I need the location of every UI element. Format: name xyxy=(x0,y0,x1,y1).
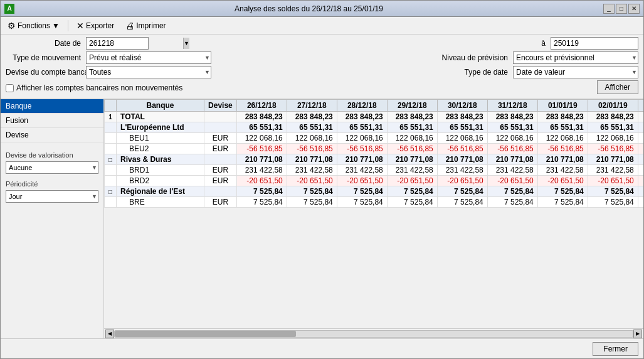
value-cell: -20 651,50 xyxy=(638,176,643,186)
a-field[interactable] xyxy=(554,39,644,48)
expand-cell xyxy=(105,133,117,144)
horizontal-scrollbar[interactable]: ◀ ▶ xyxy=(104,328,643,338)
value-cell: -20 651,50 xyxy=(537,176,588,186)
form-row-2: Type de mouvement Prévu et réalisé ▼ Niv… xyxy=(6,51,638,64)
data-table: Banque Devise 26/12/18 27/12/18 28/12/18… xyxy=(104,99,643,208)
type-mouvement-select[interactable]: Prévu et réalisé xyxy=(86,51,211,64)
title-bar-left: A xyxy=(4,4,14,14)
value-cell: 283 848,23 xyxy=(387,112,437,122)
value-cell: 231 422,58 xyxy=(236,165,287,176)
scroll-track[interactable] xyxy=(114,330,633,338)
value-cell: 7 525,84 xyxy=(487,186,537,197)
periodicite-select[interactable]: Jour xyxy=(6,190,98,203)
value-cell: -20 651,50 xyxy=(236,176,287,186)
value-cell: 210 771,08 xyxy=(337,154,387,165)
value-cell: 210 771,08 xyxy=(287,154,337,165)
afficher-button[interactable]: Afficher xyxy=(597,80,638,94)
sidebar-item-devise[interactable]: Devise xyxy=(1,128,103,142)
value-cell: 7 525,84 xyxy=(487,197,537,208)
sidebar-item-banque[interactable]: Banque xyxy=(1,99,103,114)
value-cell: 122 068,16 xyxy=(437,133,487,144)
expand-cell xyxy=(105,122,117,133)
table-container[interactable]: Banque Devise 26/12/18 27/12/18 28/12/18… xyxy=(104,99,643,328)
value-cell: 283 848,23 xyxy=(638,112,643,122)
devise-cell: EUR xyxy=(204,144,237,154)
date-de-calendar-btn[interactable]: ▼ xyxy=(183,38,189,49)
expand-cell[interactable]: 1 xyxy=(105,112,117,122)
scroll-right-btn[interactable]: ▶ xyxy=(633,330,642,338)
fonctions-button[interactable]: ⚙ Fonctions ▼ xyxy=(3,19,64,33)
value-cell: 7 525,84 xyxy=(588,197,638,208)
table-row: □Rivas & Duras210 771,08210 771,08210 77… xyxy=(105,154,644,165)
value-cell: 7 525,84 xyxy=(638,197,643,208)
date-de-input[interactable]: ▼ xyxy=(86,37,149,50)
form-row-left-1: Date de ▼ xyxy=(6,37,149,50)
value-cell: 210 771,08 xyxy=(437,154,487,165)
value-cell: 231 422,58 xyxy=(337,165,387,176)
devise-select[interactable]: Toutes xyxy=(86,66,211,78)
value-cell: 283 848,23 xyxy=(537,112,588,122)
expand-cell[interactable]: □ xyxy=(105,186,117,197)
value-cell: -20 651,50 xyxy=(387,176,437,186)
sidebar-bottom: Devise de valorisation Aucune ▼ Périodic… xyxy=(1,142,103,338)
non-mouvementes-checkbox[interactable] xyxy=(6,84,14,92)
a-label: à xyxy=(541,39,546,48)
type-mouvement-select-wrap: Prévu et réalisé ▼ xyxy=(86,51,211,64)
value-cell: 210 771,08 xyxy=(387,154,437,165)
bank-name-cell: BEU1 xyxy=(117,133,204,144)
devise-valorisation-select-wrap: Aucune ▼ xyxy=(6,161,98,174)
date-de-field[interactable] xyxy=(89,39,183,48)
expand-cell xyxy=(105,197,117,208)
th-26-12: 26/12/18 xyxy=(236,100,287,112)
devise-cell: EUR xyxy=(204,176,237,186)
imprimer-icon: 🖨 xyxy=(125,21,134,31)
value-cell: 283 848,23 xyxy=(236,112,287,122)
devise-valorisation-select[interactable]: Aucune xyxy=(6,161,98,174)
type-date-select[interactable]: Date de valeur xyxy=(513,66,638,78)
value-cell: 231 422,58 xyxy=(588,165,638,176)
maximize-button[interactable]: □ xyxy=(616,4,627,14)
value-cell: 7 525,84 xyxy=(638,186,643,197)
niveau-prevision-label: Niveau de prévision xyxy=(442,53,508,62)
value-cell: 7 525,84 xyxy=(337,197,387,208)
value-cell: -56 516,85 xyxy=(236,144,287,154)
minimize-button[interactable]: _ xyxy=(603,4,615,14)
th-expand xyxy=(105,100,117,112)
value-cell: 283 848,23 xyxy=(437,112,487,122)
bank-name-cell: BRD1 xyxy=(117,165,204,176)
value-cell: 7 525,84 xyxy=(537,186,588,197)
main-area: Banque Fusion Devise Devise de valorisat… xyxy=(1,99,643,338)
close-button[interactable]: ✕ xyxy=(628,4,640,14)
sidebar-item-fusion[interactable]: Fusion xyxy=(1,114,103,128)
value-cell: 122 068,16 xyxy=(337,133,387,144)
expand-cell[interactable]: □ xyxy=(105,154,117,165)
value-cell: 7 525,84 xyxy=(337,186,387,197)
bank-name-cell: BRE xyxy=(117,197,204,208)
value-cell: 231 422,58 xyxy=(487,165,537,176)
a-input[interactable]: ▼ xyxy=(551,37,638,50)
fonctions-arrow: ▼ xyxy=(52,21,60,30)
title-bar-buttons: _ □ ✕ xyxy=(603,4,640,14)
value-cell: 65 551,31 xyxy=(588,122,638,133)
expand-cell xyxy=(105,144,117,154)
devise-cell: EUR xyxy=(204,133,237,144)
scroll-left-btn[interactable]: ◀ xyxy=(105,330,114,338)
value-cell: -56 516,85 xyxy=(588,144,638,154)
fermer-button[interactable]: Fermer xyxy=(593,342,638,356)
form-row-left-2: Type de mouvement Prévu et réalisé ▼ xyxy=(6,51,211,64)
niveau-prevision-select[interactable]: Encours et prévisionnel xyxy=(513,51,638,64)
periodicite-select-wrap: Jour ▼ xyxy=(6,190,98,203)
imprimer-label: Imprimer xyxy=(136,21,166,30)
separator-1 xyxy=(68,20,68,31)
form-row-left-3: Devise du compte bancaire Toutes ▼ xyxy=(6,66,211,78)
devise-cell xyxy=(204,122,237,133)
th-02-01: 02/01/19 xyxy=(588,100,638,112)
scroll-thumb[interactable] xyxy=(115,331,296,337)
bank-name-cell: Rivas & Duras xyxy=(117,154,204,165)
periodicite-label: Périodicité xyxy=(6,180,98,188)
imprimer-button[interactable]: 🖨 Imprimer xyxy=(121,19,170,33)
value-cell: 122 068,16 xyxy=(638,133,643,144)
form-row-right-3: Type de date Date de valeur ▼ xyxy=(465,66,638,78)
exporter-button[interactable]: ✕ Exporter xyxy=(72,19,119,33)
date-de-label: Date de xyxy=(6,39,81,48)
